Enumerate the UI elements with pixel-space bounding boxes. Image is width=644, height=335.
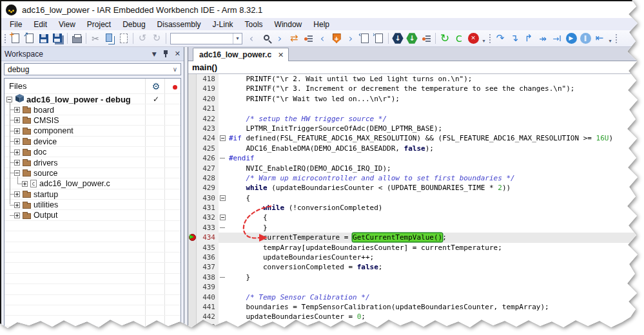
fold-collapse-icon[interactable] <box>220 215 226 220</box>
tree-item-drivers[interactable]: drivers <box>5 157 181 168</box>
options-column-header[interactable]: ⚙ <box>146 81 166 92</box>
go-icon[interactable]: ▶ <box>564 32 578 46</box>
tree-item-startup[interactable]: startup <box>5 189 181 200</box>
tree-item-adc16-low-power-c[interactable]: cadc16_low_power.c <box>5 178 181 189</box>
code-text[interactable]: while (updateBoundariesCounter < (UPDATE… <box>229 183 644 193</box>
breakpoint-gutter[interactable] <box>188 94 197 104</box>
menu-window[interactable]: Window <box>269 19 308 30</box>
code-text[interactable]: } <box>229 273 644 282</box>
code-text[interactable]: #if defined(FSL_FEATURE_ADC16_MAX_RESOLU… <box>229 133 644 143</box>
breakpoint-gutter[interactable] <box>188 74 197 84</box>
breakpoint-gutter[interactable] <box>188 273 197 282</box>
breakpoint-gutter[interactable] <box>188 104 197 113</box>
code-editor[interactable]: 418 PRINTF("\r 2. Wait until two Led lig… <box>188 74 644 335</box>
code-text[interactable]: LPTMR_InitTriggerSourceOfAdc(DEMO_LPTMR_… <box>229 124 644 133</box>
code-text[interactable]: PRINTF("\r Wait two led on...\n\r"); <box>229 94 644 104</box>
toggle-breakpoint-icon[interactable] <box>301 32 315 46</box>
step-out-icon[interactable]: ↱ <box>522 32 536 46</box>
code-text[interactable]: PRINTF("\r 3. Increment or decrement the… <box>229 84 644 93</box>
tab-adc16-low-power[interactable]: adc16_low_power.c ✕ <box>193 48 289 61</box>
collapse-icon[interactable] <box>6 97 12 102</box>
expand-icon[interactable] <box>14 107 20 113</box>
menu-edit[interactable]: Edit <box>28 19 53 30</box>
breakpoint-gutter[interactable] <box>188 173 197 183</box>
pin-panel-icon[interactable] <box>162 50 169 57</box>
toolbar-options-icon[interactable]: ▾ <box>480 32 487 45</box>
tree-item-utilities[interactable]: utilities <box>5 200 181 210</box>
panel-menu-icon[interactable]: ▼ <box>152 51 157 57</box>
code-text[interactable]: /* Temp Sensor Calibration */ <box>229 292 644 302</box>
break-icon[interactable]: ‖ <box>578 32 592 46</box>
reset-icon[interactable]: ↻ <box>438 32 452 46</box>
new-document-icon[interactable]: + <box>8 32 23 46</box>
expand-icon[interactable] <box>14 139 20 144</box>
tree-item-doc[interactable]: doc <box>5 147 181 157</box>
collapse-icon[interactable] <box>14 170 20 176</box>
breakpoint-gutter[interactable] <box>188 213 197 222</box>
download-flash-icon[interactable]: ↓ <box>391 32 405 46</box>
menu-help[interactable]: Help <box>307 19 335 30</box>
refresh-icon[interactable]: C <box>452 32 466 46</box>
previous-bookmark-icon[interactable]: ‹ <box>315 32 329 46</box>
code-text[interactable]: { <box>229 213 644 222</box>
breakpoints-window-icon[interactable] <box>419 32 433 46</box>
tree-item-cmsis[interactable]: CMSIS <box>5 115 181 126</box>
open-document-icon[interactable]: ↗ <box>23 32 37 46</box>
breakpoint-gutter[interactable] <box>188 223 197 233</box>
copy-icon[interactable] <box>102 32 117 46</box>
fold-collapse-icon[interactable] <box>220 135 226 141</box>
code-text[interactable]: PRINTF("\r 2. Wait until two Led light t… <box>229 74 644 84</box>
code-text[interactable]: currentTemperature = GetCurrentTempValue… <box>229 233 644 242</box>
menu-project[interactable]: Project <box>81 19 117 30</box>
save-all-icon[interactable] <box>51 32 65 46</box>
code-text[interactable]: tempArray[updateBoundariesCounter] = cur… <box>229 243 644 253</box>
expand-icon[interactable] <box>14 213 20 218</box>
run-to-cursor-icon[interactable]: →I <box>550 32 564 46</box>
close-tab-icon[interactable]: ✕ <box>278 52 284 59</box>
breakpoint-gutter[interactable] <box>188 203 197 213</box>
paste-icon[interactable] <box>117 32 131 46</box>
redo-icon[interactable]: ↻ <box>150 32 164 46</box>
breakpoint-gutter[interactable] <box>188 84 197 93</box>
debug-options-icon[interactable]: ▾ <box>607 32 614 45</box>
navigate-swap-icon[interactable]: ⇄ <box>287 32 301 46</box>
expand-icon[interactable] <box>14 149 20 155</box>
step-into-icon[interactable]: ↴ <box>507 32 522 46</box>
find-icon[interactable] <box>259 32 273 46</box>
menu-view[interactable]: View <box>53 19 81 30</box>
breakpoint-gutter[interactable] <box>188 282 197 292</box>
breakpoint-gutter[interactable] <box>188 243 197 253</box>
print-icon[interactable] <box>70 32 84 46</box>
breakpoint-gutter[interactable] <box>188 193 197 203</box>
menu-tools[interactable]: Tools <box>239 19 269 30</box>
code-text[interactable]: { <box>229 193 644 203</box>
breakpoint-gutter[interactable] <box>188 114 197 124</box>
close-panel-icon[interactable]: ✕ <box>175 50 181 58</box>
tree-item-board[interactable]: board <box>5 104 181 115</box>
expand-icon[interactable] <box>14 191 20 197</box>
breakpoint-gutter[interactable] <box>188 322 197 332</box>
breakpoint-gutter[interactable] <box>188 133 197 143</box>
breakpoint-gutter[interactable] <box>188 164 197 173</box>
breakpoint-gutter[interactable] <box>188 253 197 262</box>
breakpoint-gutter[interactable] <box>188 312 197 321</box>
code-text[interactable]: /* setup the HW trigger source */ <box>229 114 644 124</box>
previous-position-icon[interactable]: ‹ <box>358 32 372 46</box>
breakpoint-gutter[interactable] <box>188 262 197 272</box>
breakpoint-gutter[interactable] <box>188 183 197 193</box>
menu-file[interactable]: File <box>4 19 28 30</box>
expand-icon[interactable] <box>14 117 20 123</box>
code-text[interactable]: boundaries = TempSensorCalibration(updat… <box>229 302 644 312</box>
code-text[interactable] <box>229 282 644 292</box>
code-text[interactable] <box>229 104 644 113</box>
next-position-icon[interactable]: › <box>372 32 386 46</box>
code-text[interactable]: while (!conversionCompleted) <box>229 203 644 213</box>
menu-disassembly[interactable]: Disassembly <box>151 19 207 30</box>
code-text[interactable]: conversionCompleted = false; <box>229 262 644 272</box>
save-icon[interactable] <box>37 32 51 46</box>
menu-j-link[interactable]: J-Link <box>207 19 239 30</box>
next-statement-icon[interactable]: ↠ <box>536 32 550 46</box>
breakpoint-gutter[interactable] <box>188 124 197 133</box>
next-bookmark-icon[interactable]: › <box>344 32 358 46</box>
fold-collapse-icon[interactable] <box>220 195 226 201</box>
